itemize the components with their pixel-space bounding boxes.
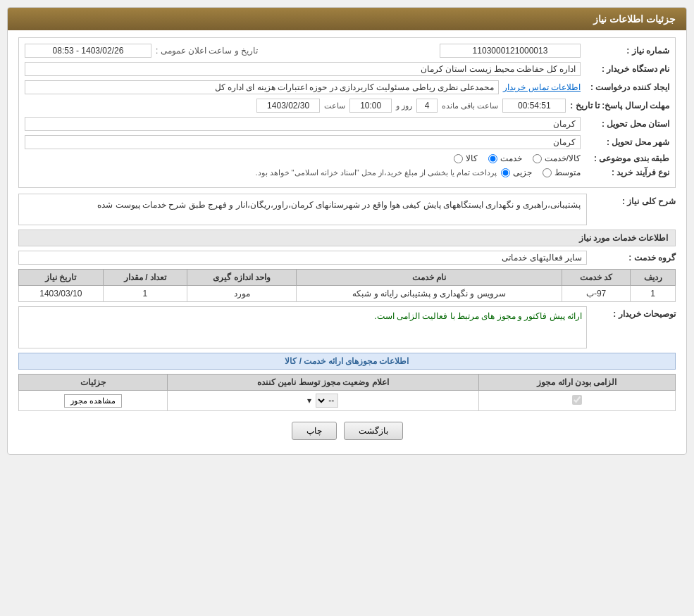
row-tabaqe: طبقه بندی موضوعی : کالا/خدمت خدمت کالا [25, 153, 669, 163]
row-ostan: استان محل تحویل : کرمان [25, 117, 669, 131]
mohlat-saat-label: ساعت [324, 101, 345, 111]
mohlat-saat-value: 10:00 [349, 99, 392, 113]
cell-nam: سرویس و نگهداری و پشتیبانی رایانه و شبکه [297, 286, 562, 302]
cell-tedad: 1 [103, 286, 187, 302]
col-kod: کد خدمت [562, 270, 631, 286]
col-tedad: تعداد / مقدار [103, 270, 187, 286]
cell-kod: 97-ب [562, 286, 631, 302]
ostan-label: استان محل تحویل : [585, 119, 669, 129]
services-table: ردیف کد خدمت نام خدمت واحد اندازه گیری ت… [18, 269, 676, 302]
cell-tarikh: 1403/03/10 [19, 286, 104, 302]
nam-dastgah-value: اداره کل حفاظت محیط زیست استان کرمان [25, 62, 581, 76]
ijad-konande-value: محمدعلی نظری ریاطی مسئولیت کاربردازی در … [25, 80, 499, 94]
shomare-niaz-label: شماره نیاز : [585, 46, 669, 56]
noe-farayand-label: نوع فرآیند خرید : [585, 168, 669, 177]
shomare-niaz-value: 1103000121000013 [440, 44, 581, 58]
view-mojoz-button[interactable]: مشاهده مجوز [64, 394, 122, 408]
table-row: 1 97-ب سرویس و نگهداری و پشتیبانی رایانه… [19, 286, 676, 302]
mojoz-status-cell: -- ▾ [167, 391, 478, 411]
row-shomare-tarikh: شماره نیاز : 1103000121000013 تاریخ و سا… [25, 44, 669, 58]
noe-farayand-radio-group: متوسط جزیی [501, 168, 581, 177]
row-sharh-koli: شرح کلی نیاز : پشتیبانی،راهبری و نگهداری… [18, 194, 676, 225]
row-nam-dastgah: نام دستگاه خریدار : اداره کل حفاظت محیط … [25, 62, 669, 76]
mohlat-baqi-label: ساعت باقی مانده [442, 101, 498, 111]
radio-motevaset[interactable]: متوسط [543, 168, 581, 177]
tabaqe-radio-group: کالا/خدمت خدمت کالا [454, 153, 581, 163]
back-button[interactable]: بازگشت [344, 422, 403, 440]
radio-kala[interactable]: کالا [454, 153, 478, 163]
mohlat-label: مهلت ارسال پاسخ: تا تاریخ : [570, 101, 669, 111]
radio-kala-khedmat[interactable]: کالا/خدمت [533, 153, 581, 163]
page-title: جزئیات اطلاعات نیاز [593, 13, 676, 25]
col-radif: ردیف [631, 270, 676, 286]
mojozha-title: اطلاعات مجوزهای ارائه خدمت / کالا [18, 353, 676, 370]
mojoz-col-status: اعلام وضعیت مجوز توسط نامین کننده [167, 375, 478, 391]
grohe-khedmat-label: گروه خدمت : [591, 253, 676, 263]
toseifat-label: توصیحات خریدار : [591, 306, 676, 319]
noe-farayand-desc: پرداخت تمام یا بخشی از مبلغ خرید،از محل … [25, 168, 497, 177]
tabaqe-label: طبقه بندی موضوعی : [585, 153, 669, 163]
ettelaat-khedamat-title: اطلاعات خدمات مورد نیاز [18, 230, 676, 246]
toseifat-value: ارائه پیش فاکتور و مجوز های مرتبط با فعا… [18, 306, 587, 348]
sharh-koli-value: پشتیبانی،راهبری و نگهداری ایستگاههای پای… [18, 194, 587, 225]
radio-khedmat[interactable]: خدمت [488, 153, 522, 163]
col-vahed: واحد اندازه گیری [187, 270, 297, 286]
mojoz-table: الزامی بودن ارائه مجوز اعلام وضعیت مجوز … [18, 374, 676, 411]
sharh-koli-label: شرح کلی نیاز : [591, 194, 676, 206]
row-ijad-konande: ایجاد کننده درخواست : اطلاعات تماس خریدا… [25, 80, 669, 94]
print-button[interactable]: چاپ [292, 422, 337, 440]
mohlat-baqi-value: 00:54:51 [502, 99, 566, 113]
shahr-value: کرمان [25, 135, 581, 149]
mojoz-col-elzami: الزامی بودن ارائه مجوز [478, 375, 675, 391]
mohlat-rooz-label: روز و [396, 101, 412, 111]
nam-dastgah-label: نام دستگاه خریدار : [585, 64, 669, 74]
row-toseifat: توصیحات خریدار : ارائه پیش فاکتور و مجوز… [18, 306, 676, 348]
row-shahr: شهر محل تحویل : کرمان [25, 135, 669, 149]
page-header: جزئیات اطلاعات نیاز [8, 8, 686, 30]
ostan-value: کرمان [25, 117, 581, 131]
mohlat-rooz-value: 4 [416, 99, 438, 113]
chevron-down-icon: ▾ [307, 396, 311, 406]
tarikh-saat-value: 1403/02/26 - 08:53 [25, 44, 151, 58]
shahr-label: شهر محل تحویل : [585, 137, 669, 147]
top-info-section: شماره نیاز : 1103000121000013 تاریخ و سا… [18, 37, 676, 188]
ijad-konande-link[interactable]: اطلاعات تماس خریدار [503, 82, 581, 92]
ijad-konande-label: ایجاد کننده درخواست : [585, 82, 669, 92]
tarikh-saat-label: تاریخ و ساعت اعلان عمومی : [156, 46, 258, 56]
grohe-khedmat-value: سایر فعالیتهای خدماتی [18, 251, 587, 265]
mojoz-elzami-checkbox [572, 395, 582, 405]
mojoz-details-cell: مشاهده مجوز [19, 391, 168, 411]
row-mohlat-ersal: مهلت ارسال پاسخ: تا تاریخ : 00:54:51 ساع… [25, 99, 669, 113]
mojoz-status-select[interactable]: -- [316, 394, 338, 408]
mojoz-elzami-cell [478, 391, 675, 411]
mojoz-row: -- ▾ مشاهده مجوز [19, 391, 676, 411]
col-nam: نام خدمت [297, 270, 562, 286]
bottom-buttons: بازگشت چاپ [18, 422, 676, 440]
mojoz-col-details: جزئیات [19, 375, 168, 391]
row-grohe-khedmat: گروه خدمت : سایر فعالیتهای خدماتی [18, 251, 676, 265]
row-noe-farayand: نوع فرآیند خرید : متوسط جزیی پرداخت تمام… [25, 168, 669, 177]
cell-vahed: مورد [187, 286, 297, 302]
radio-jozi[interactable]: جزیی [501, 168, 532, 177]
col-tarikh: تاریخ نیاز [19, 270, 104, 286]
cell-radif: 1 [631, 286, 676, 302]
mohlat-date-value: 1403/02/30 [256, 99, 320, 113]
